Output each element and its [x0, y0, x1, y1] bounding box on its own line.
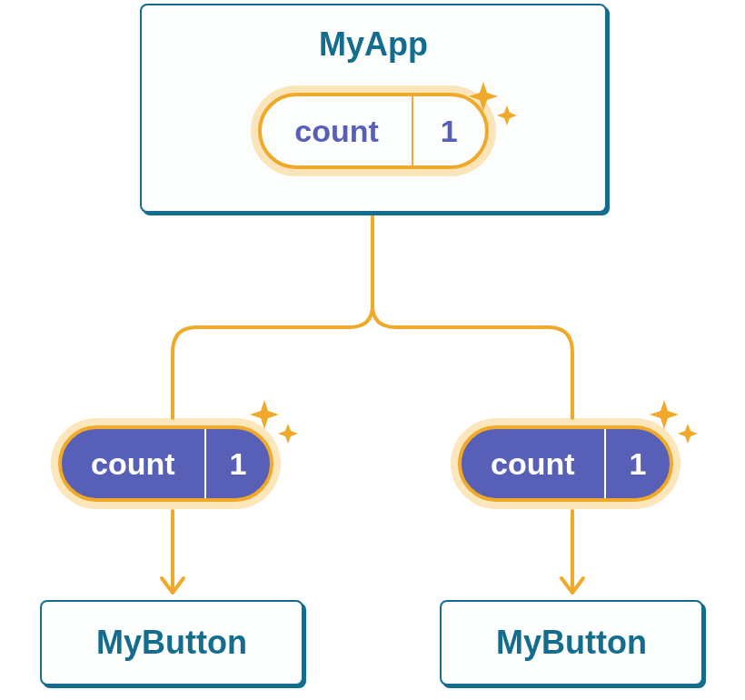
child-component-title-left: MyButton [96, 624, 247, 662]
state-pill-value: 1 [413, 96, 485, 165]
prop-pill-right-wrap: count 1 [451, 418, 680, 509]
state-pill-label: count [262, 96, 413, 165]
prop-pill-right: count 1 [458, 425, 673, 502]
child-component-box-right: MyButton [440, 600, 703, 685]
diagram-root: MyApp count 1 count 1 [0, 0, 745, 700]
prop-pill-left-value: 1 [206, 429, 271, 498]
state-pill-glow: count 1 [251, 85, 495, 176]
prop-pill-left: count 1 [58, 425, 273, 502]
child-component-box-left: MyButton [40, 600, 303, 685]
child-component-title-right: MyButton [496, 624, 647, 662]
prop-pill-left-label: count [62, 429, 206, 498]
parent-component-box: MyApp count 1 [140, 4, 607, 213]
prop-pill-right-value: 1 [606, 429, 670, 498]
prop-pill-right-label: count [462, 429, 606, 498]
prop-pill-left-wrap: count 1 [51, 418, 281, 509]
parent-component-title: MyApp [319, 25, 428, 64]
state-pill: count 1 [258, 93, 488, 169]
